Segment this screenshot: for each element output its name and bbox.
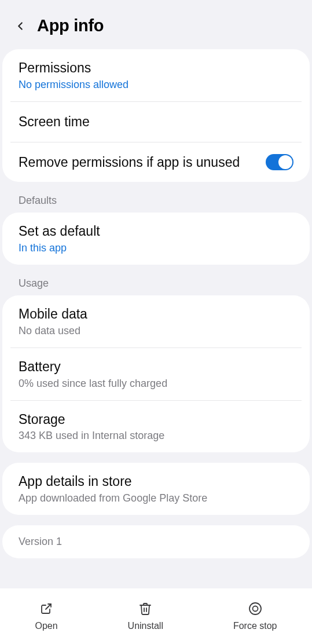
svg-line-0 xyxy=(46,604,51,609)
row-permissions[interactable]: Permissions No permissions allowed xyxy=(2,49,310,101)
battery-sub: 0% used since last fully charged xyxy=(19,378,293,390)
set-default-sub: In this app xyxy=(19,242,293,254)
open-label: Open xyxy=(35,621,57,631)
row-set-default[interactable]: Set as default In this app xyxy=(2,213,310,265)
mobile-data-label: Mobile data xyxy=(19,306,293,323)
section-header-defaults: Defaults xyxy=(0,182,312,213)
storage-sub: 343 KB used in Internal storage xyxy=(19,430,293,442)
uninstall-button[interactable]: Uninstall xyxy=(128,601,163,631)
row-version: Version 1 xyxy=(2,525,310,558)
open-button[interactable]: Open xyxy=(35,601,57,631)
row-app-details-store[interactable]: App details in store App downloaded from… xyxy=(2,463,310,515)
toggle-knob xyxy=(278,155,292,169)
mobile-data-sub: No data used xyxy=(19,325,293,337)
storage-label: Storage xyxy=(19,411,293,428)
row-storage[interactable]: Storage 343 KB used in Internal storage xyxy=(2,401,310,453)
set-default-label: Set as default xyxy=(19,223,293,240)
page-title: App info xyxy=(37,16,104,35)
force-stop-label: Force stop xyxy=(233,621,277,631)
uninstall-label: Uninstall xyxy=(128,621,163,631)
svg-point-1 xyxy=(249,603,261,614)
row-screen-time[interactable]: Screen time xyxy=(2,102,310,142)
version-text: Version 1 xyxy=(19,536,293,548)
store-sub: App downloaded from Google Play Store xyxy=(19,492,293,504)
trash-icon xyxy=(138,601,153,616)
battery-label: Battery xyxy=(19,358,293,375)
section-header-usage: Usage xyxy=(0,265,312,295)
row-remove-unused[interactable]: Remove permissions if app is unused xyxy=(2,142,310,182)
svg-point-2 xyxy=(252,606,258,612)
permissions-label: Permissions xyxy=(19,60,293,76)
permissions-sub: No permissions allowed xyxy=(19,79,293,91)
remove-unused-label: Remove permissions if app is unused xyxy=(19,154,240,171)
remove-unused-toggle[interactable] xyxy=(266,154,293,170)
screen-time-label: Screen time xyxy=(19,114,293,130)
force-stop-button[interactable]: Force stop xyxy=(233,601,277,631)
open-icon xyxy=(39,601,54,616)
back-icon[interactable] xyxy=(12,17,29,35)
force-stop-icon xyxy=(248,601,263,616)
row-battery[interactable]: Battery 0% used since last fully charged xyxy=(2,348,310,400)
store-label: App details in store xyxy=(19,473,293,490)
row-mobile-data[interactable]: Mobile data No data used xyxy=(2,295,310,347)
bottom-bar: Open Uninstall Force stop xyxy=(0,588,312,644)
